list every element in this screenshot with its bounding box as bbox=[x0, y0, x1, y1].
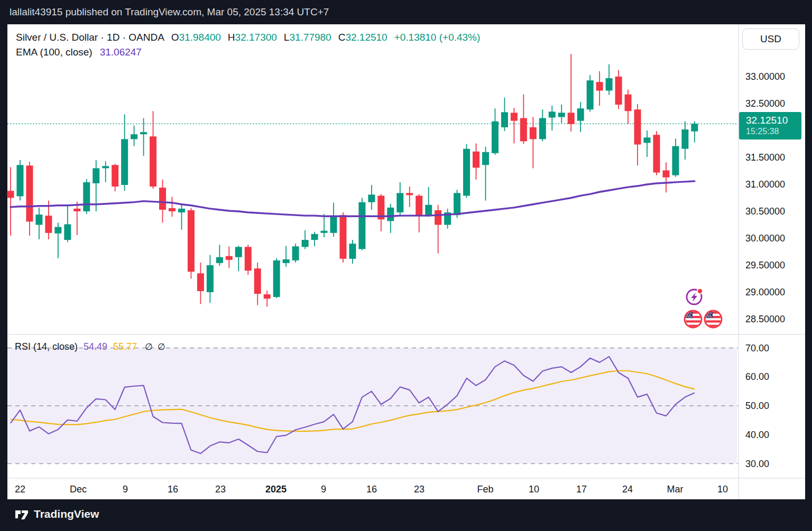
us-flag-event-icon[interactable] bbox=[685, 311, 702, 328]
time-tick-label: 23 bbox=[215, 484, 226, 495]
footer-bar: TradingView bbox=[0, 499, 812, 531]
time-tick-label: Dec bbox=[70, 484, 87, 495]
tradingview-logo-icon[interactable] bbox=[15, 508, 29, 520]
price-tick-label: 30.50000 bbox=[745, 206, 785, 217]
price-tick-label: 29.50000 bbox=[745, 260, 785, 271]
us-flag-event-icon-2[interactable] bbox=[705, 311, 722, 328]
chart-event-icons[interactable] bbox=[681, 285, 725, 332]
time-tick-label: 16 bbox=[168, 484, 178, 495]
notification-dot bbox=[698, 289, 702, 293]
time-tick-label: 9 bbox=[123, 484, 128, 495]
time-tick-label: 2025 bbox=[265, 484, 287, 495]
ema-legend-label[interactable]: EMA (100, close) bbox=[16, 46, 93, 58]
tradingview-brand-text[interactable]: TradingView bbox=[34, 508, 99, 520]
ema-legend[interactable]: EMA (100, close) 31.06247 bbox=[16, 46, 142, 58]
time-tick-label: 10 bbox=[717, 484, 728, 495]
symbol-legend[interactable]: Silver / U.S. Dollar · 1D · OANDA O31.98… bbox=[16, 32, 480, 43]
rsi-tick-label: 40.00 bbox=[745, 430, 769, 441]
price-tick-label: 30.00000 bbox=[745, 233, 785, 244]
time-tick-label: 16 bbox=[366, 484, 377, 495]
price-tick-label: 31.50000 bbox=[745, 152, 785, 163]
price-tick-label: 31.00000 bbox=[745, 179, 785, 190]
time-tick-label: 24 bbox=[622, 484, 633, 495]
ohlc-high: H32.17300 bbox=[228, 32, 277, 43]
rsi-tick-label: 60.00 bbox=[745, 371, 769, 383]
currency-toggle-label: USD bbox=[760, 33, 781, 45]
publish-attribution-text: lallalit43915 published on TradingView.c… bbox=[10, 0, 329, 24]
time-tick-label: 9 bbox=[321, 484, 326, 495]
time-tick-label: Feb bbox=[477, 484, 493, 495]
ohlc-close: C32.12510 bbox=[338, 32, 387, 43]
ema-value: 31.06247 bbox=[100, 46, 142, 58]
time-tick-label: 23 bbox=[414, 484, 425, 495]
rsi-legend-label[interactable]: RSI (14, close) bbox=[15, 341, 78, 352]
price-tick-label: 33.00000 bbox=[745, 71, 785, 82]
last-price-value: 32.12510 bbox=[746, 114, 801, 126]
price-chart-canvas[interactable] bbox=[0, 0, 812, 531]
rsi-tick-label: 50.00 bbox=[745, 400, 769, 412]
price-tick-label: 28.50000 bbox=[745, 314, 785, 325]
time-tick-label: 17 bbox=[576, 484, 587, 495]
time-tick-label: 10 bbox=[529, 484, 539, 495]
empty-set-icon: ∅∅ bbox=[143, 341, 170, 352]
flash-event-icon[interactable] bbox=[687, 289, 703, 305]
rsi-tick-label: 30.00 bbox=[745, 459, 769, 470]
change-value: +0.13810 (+0.43%) bbox=[394, 32, 481, 43]
publish-header-bar: lallalit43915 published on TradingView.c… bbox=[0, 0, 812, 24]
currency-toggle-button[interactable]: USD bbox=[742, 29, 799, 50]
price-tick-label: 29.00000 bbox=[745, 287, 785, 298]
ohlc-low: L31.77980 bbox=[284, 32, 331, 43]
rsi-tick-label: 70.00 bbox=[745, 343, 769, 354]
symbol-title[interactable]: Silver / U.S. Dollar · 1D · OANDA bbox=[16, 32, 164, 43]
lightning-icon bbox=[691, 293, 697, 302]
time-tick-label: 22 bbox=[15, 484, 25, 495]
rsi-legend[interactable]: RSI (14, close) 54.49 55.77 ∅∅ bbox=[15, 341, 170, 352]
ohlc-open: O31.98400 bbox=[171, 32, 221, 43]
price-tick-label: 32.50000 bbox=[745, 98, 785, 109]
rsi-value: 54.49 bbox=[84, 341, 107, 352]
time-tick-label: Mar bbox=[667, 484, 684, 495]
last-price-badge[interactable]: 32.12510 15:25:38 bbox=[739, 112, 801, 139]
bar-countdown: 15:25:38 bbox=[746, 126, 801, 136]
rsi-ma-value: 55.77 bbox=[113, 341, 137, 352]
